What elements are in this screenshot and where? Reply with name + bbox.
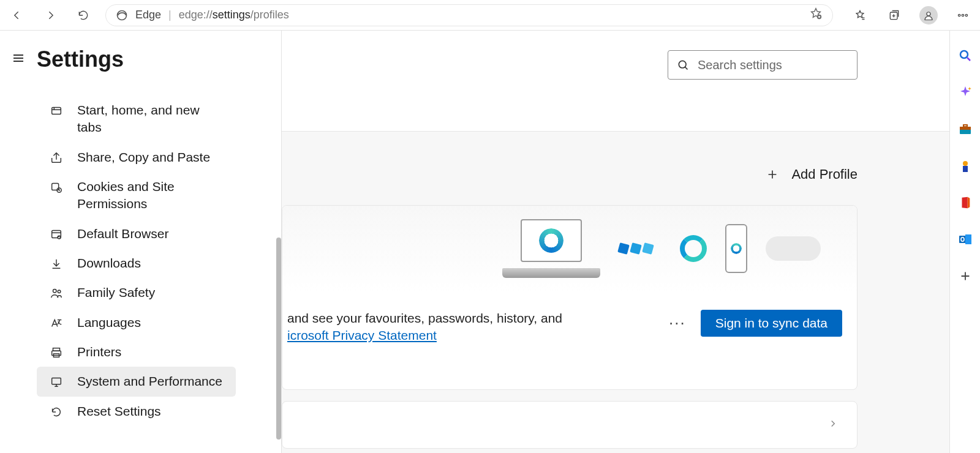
games-icon [958,159,973,173]
nav-printers[interactable]: Printers [37,337,236,367]
cookies-icon [49,180,64,195]
settings-main: Search settings Add Profile and see your [282,31,980,453]
sidebar-copilot-button[interactable] [957,84,973,100]
tabs-icon [49,103,64,118]
nav-languages[interactable]: Languages [37,308,236,337]
plus-icon [766,168,779,181]
sidebar-search-button[interactable] [957,48,973,64]
menu-button[interactable] [11,51,26,68]
settings-title: Settings [37,47,124,72]
content-area: Settings Start, home, and new tabs Share… [0,31,980,453]
svg-point-6 [965,14,967,16]
sidebar-games-button[interactable] [957,158,973,174]
privacy-statement-link[interactable]: icrosoft Privacy Statement [287,328,437,342]
svg-rect-17 [52,378,61,384]
nav-label: Share, Copy and Paste [77,149,210,166]
svg-point-3 [927,12,930,15]
sidebar-scrollbar[interactable] [276,238,281,440]
browser-icon [49,227,64,242]
sidebar-tools-button[interactable] [957,121,973,137]
hamburger-icon [11,51,26,66]
address-separator: | [168,9,172,21]
system-icon [49,375,64,389]
chevron-right-icon [827,418,839,432]
edge-logo-icon [539,228,564,253]
sidebar-outlook-button[interactable] [957,231,973,247]
sidebar-office-button[interactable] [957,195,973,211]
nav-downloads[interactable]: Downloads [37,249,236,278]
nav-system-performance[interactable]: System and Performance [37,367,236,396]
svg-rect-22 [963,125,967,127]
nav-share-copy-paste[interactable]: Share, Copy and Paste [37,143,236,172]
hero-text: and see your favourites, passwords, hist… [287,310,654,345]
refresh-icon [77,9,89,21]
address-url: edge://settings/profiles [179,9,289,21]
browser-right-sidebar [949,31,980,453]
svg-point-13 [58,290,61,293]
main-header-strip [282,31,980,132]
profile-more-button[interactable]: ··· [669,313,686,332]
profile-subcard-1[interactable] [282,401,858,449]
reset-icon [49,405,64,419]
settings-sidebar: Settings Start, home, and new tabs Share… [0,31,282,453]
more-horizontal-icon [957,9,969,21]
edge-logo-icon [116,9,128,21]
profile-hero-card: and see your favourites, passwords, hist… [282,205,858,390]
add-profile-label: Add Profile [791,167,858,182]
arrow-right-icon [44,9,56,21]
nav-label: Cookies and Site Permissions [77,178,224,213]
svg-rect-7 [52,108,61,114]
svg-point-12 [53,290,57,293]
nav-label: Languages [77,314,141,331]
sign-in-sync-button[interactable]: Sign in to sync data [701,310,842,337]
collections-icon [888,9,900,21]
briefcase-icon [958,122,973,137]
back-button[interactable] [6,4,28,26]
search-settings-input[interactable]: Search settings [668,50,858,80]
squares-graphic [619,244,662,253]
add-profile-button[interactable]: Add Profile [766,167,858,182]
nav-cookies-permissions[interactable]: Cookies and Site Permissions [37,172,236,219]
family-icon [49,286,64,301]
search-icon [958,48,973,63]
nav-label: Reset Settings [77,403,161,420]
share-icon [49,151,64,165]
svg-rect-24 [963,166,968,172]
plus-icon [959,269,972,283]
svg-point-4 [959,14,960,16]
nav-family-safety[interactable]: Family Safety [37,278,236,307]
arrow-left-icon [11,9,23,21]
collections-button[interactable] [883,4,905,26]
svg-point-0 [118,10,127,20]
nav-label: Printers [77,343,121,361]
refresh-button[interactable] [72,4,94,26]
address-product-label: Edge [135,9,161,21]
edge-logo-icon [731,243,742,254]
ring-graphic [680,235,707,262]
nav-label: System and Performance [77,373,222,390]
nav-label: Downloads [77,255,141,272]
svg-rect-25 [959,236,966,243]
office-icon [959,196,972,209]
nav-start-home-tabs[interactable]: Start, home, and new tabs [37,95,236,143]
languages-icon [49,316,64,331]
more-button[interactable] [952,4,974,26]
svg-point-19 [960,51,968,58]
svg-point-18 [679,61,686,68]
hero-illustration [282,206,857,291]
nav-reset-settings[interactable]: Reset Settings [37,397,236,426]
search-placeholder: Search settings [698,58,782,72]
favorites-button[interactable] [849,4,871,26]
settings-nav: Start, home, and new tabs Share, Copy an… [0,95,281,426]
browser-toolbar: Edge | edge://settings/profiles [0,0,980,31]
cloud-graphic [766,236,821,261]
svg-rect-26 [965,234,971,244]
profile-avatar[interactable] [918,4,940,26]
forward-button[interactable] [39,4,61,26]
sparkle-icon [958,85,973,100]
address-bar[interactable]: Edge | edge://settings/profiles [105,4,833,26]
nav-label: Start, home, and new tabs [77,102,224,137]
add-favorite-icon[interactable] [809,7,823,23]
sidebar-add-button[interactable] [957,268,973,284]
nav-default-browser[interactable]: Default Browser [37,219,236,249]
